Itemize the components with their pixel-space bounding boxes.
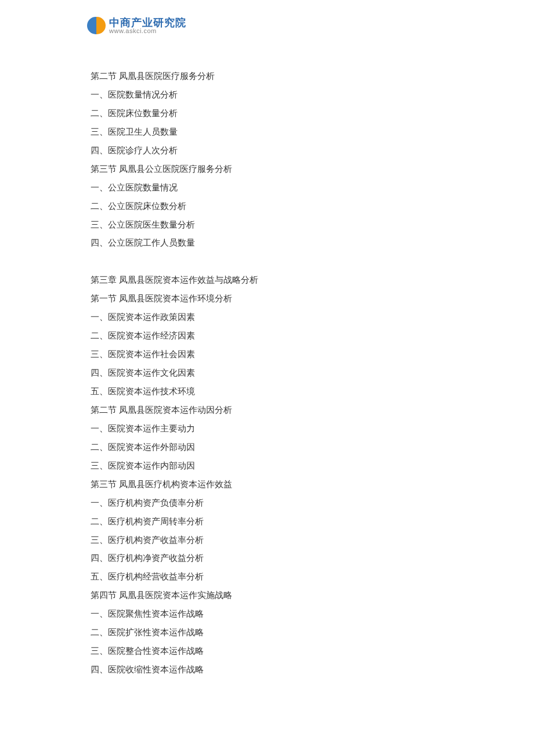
toc-line: 三、医院卫生人员数量 xyxy=(91,123,443,142)
toc-line: 二、医院资本运作经济因素 xyxy=(91,327,443,345)
toc-line: 第二节 凤凰县医院医疗服务分析 xyxy=(91,67,443,86)
toc-line: 四、医院诊疗人次分析 xyxy=(91,142,443,160)
toc-line: 四、医疗机构净资产收益分析 xyxy=(91,549,443,568)
toc-line: 第三章 凤凰县医院资本运作效益与战略分析 xyxy=(91,271,443,290)
logo-icon xyxy=(87,16,106,35)
toc-content: 第二节 凤凰县医院医疗服务分析 一、医院数量情况分析 二、医院床位数量分析 三、… xyxy=(91,67,443,679)
toc-line: 二、医疗机构资产周转率分析 xyxy=(91,513,443,531)
toc-line: 一、医院数量情况分析 xyxy=(91,86,443,105)
toc-line: 一、公立医院数量情况 xyxy=(91,179,443,197)
toc-line: 一、医院聚焦性资本运作战略 xyxy=(91,605,443,624)
toc-line: 三、医疗机构资产收益率分析 xyxy=(91,531,443,550)
toc-line: 三、医院资本运作内部动因 xyxy=(91,457,443,476)
toc-line: 第三节 凤凰县公立医院医疗服务分析 xyxy=(91,160,443,179)
toc-line: 二、医院床位数量分析 xyxy=(91,105,443,123)
toc-line: 一、医疗机构资产负债率分析 xyxy=(91,494,443,513)
logo-en-text: www.askci.com xyxy=(109,28,186,34)
toc-line: 四、医院收缩性资本运作战略 xyxy=(91,661,443,679)
toc-line: 第四节 凤凰县医院资本运作实施战略 xyxy=(91,586,443,605)
toc-line: 第三节 凤凰县医疗机构资本运作效益 xyxy=(91,476,443,494)
toc-line: 一、医院资本运作主要动力 xyxy=(91,420,443,438)
toc-line: 二、医院扩张性资本运作战略 xyxy=(91,624,443,642)
toc-line: 四、公立医院工作人员数量 xyxy=(91,234,443,253)
logo-cn-text: 中商产业研究院 xyxy=(109,17,186,28)
toc-line: 三、医院整合性资本运作战略 xyxy=(91,642,443,661)
toc-line: 三、医院资本运作社会因素 xyxy=(91,345,443,364)
toc-line: 第二节 凤凰县医院资本运作动因分析 xyxy=(91,401,443,420)
toc-line: 四、医院资本运作文化因素 xyxy=(91,364,443,383)
toc-line: 第一节 凤凰县医院资本运作环境分析 xyxy=(91,290,443,308)
blank-line xyxy=(91,253,443,271)
toc-line: 五、医疗机构经营收益率分析 xyxy=(91,568,443,586)
logo: 中商产业研究院 www.askci.com xyxy=(87,16,186,35)
toc-line: 二、医院资本运作外部动因 xyxy=(91,438,443,457)
toc-line: 五、医院资本运作技术环境 xyxy=(91,383,443,401)
toc-line: 三、公立医院医生数量分析 xyxy=(91,216,443,235)
toc-line: 二、公立医院床位数分析 xyxy=(91,197,443,216)
toc-line: 一、医院资本运作政策因素 xyxy=(91,308,443,327)
logo-text: 中商产业研究院 www.askci.com xyxy=(109,17,186,34)
